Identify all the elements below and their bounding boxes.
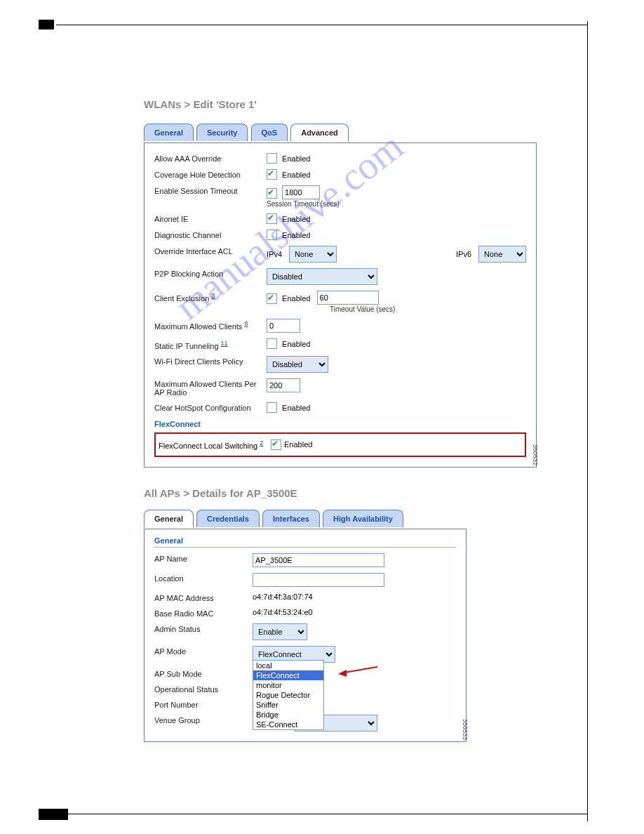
page-corner-bottom xyxy=(39,809,68,820)
heading-flexconnect: FlexConnect xyxy=(154,420,526,428)
checkbox-aironet[interactable] xyxy=(267,213,277,224)
sup-max-clients: 8 xyxy=(244,320,248,327)
value-base-mac: o4:7d:4f:53:24:e0 xyxy=(253,608,456,616)
checkbox-chd[interactable] xyxy=(267,169,277,180)
label-aironet: Aironet IE xyxy=(154,213,267,223)
label-chd: Coverage Hole Detection xyxy=(154,169,267,179)
sup-static-ip: 11 xyxy=(221,340,228,347)
checkbox-diag[interactable] xyxy=(267,230,277,240)
tab-ap-interfaces[interactable]: Interfaces xyxy=(262,510,320,527)
input-max-per-radio[interactable] xyxy=(267,378,300,392)
sup-flex-local: 2 xyxy=(260,439,263,446)
label-flex-local-switching: FlexConnect Local Switching 2 xyxy=(159,439,271,450)
panel-advanced: Allow AAA Override Enabled Coverage Hole… xyxy=(144,143,537,468)
label-sub-mode: AP Sub Mode xyxy=(154,668,253,678)
label-hotspot: Clear HotSpot Configuration xyxy=(154,402,267,412)
dropdown-ap-mode[interactable]: local FlexConnect monitor Rogue Detector… xyxy=(253,660,324,730)
tab-security[interactable]: Security xyxy=(196,124,248,141)
label-diag: Diagnostic Channel xyxy=(154,230,267,239)
tab-ap-high-availability[interactable]: High Availability xyxy=(323,510,403,527)
select-ipv6-acl[interactable]: None xyxy=(478,246,526,263)
tab-qos[interactable]: QoS xyxy=(251,124,288,141)
opt-bridge[interactable]: Bridge xyxy=(253,710,323,720)
checkbox-client-excl[interactable] xyxy=(267,293,277,304)
tab-ap-general[interactable]: General xyxy=(144,510,194,528)
page-rule-bottom xyxy=(56,814,588,814)
label-static-ip: Static IP Tunneling 11 xyxy=(154,338,267,350)
label-admin-status: Admin Status xyxy=(154,623,253,633)
arrow-annotation-icon xyxy=(337,664,379,678)
label-location: Location xyxy=(154,573,253,583)
label-max-per-radio: Maximum Allowed Clients Per AP Radio xyxy=(154,378,267,397)
checkbox-static-ip[interactable] xyxy=(267,338,277,349)
label-oi-acl: Override Interface ACL xyxy=(154,246,267,256)
checkbox-session-timeout[interactable] xyxy=(267,188,277,199)
highlight-flexconnect-local-switching: FlexConnect Local Switching 2 Enabled xyxy=(154,432,526,457)
opt-rogue-detector[interactable]: Rogue Detector xyxy=(253,690,323,700)
breadcrumb-ap-details: All APs > Details for AP_3500E xyxy=(144,487,537,499)
group-title-general: General xyxy=(154,536,456,548)
select-admin-status[interactable]: Enable xyxy=(253,623,307,640)
label-ap-mode: AP Mode xyxy=(154,646,253,656)
value-mac: o4:7d:4f:3a:07:74 xyxy=(253,593,456,601)
select-wifi-direct[interactable]: Disabled xyxy=(267,356,328,373)
opt-flexconnect[interactable]: FlexConnect xyxy=(253,670,323,680)
tab-ap-credentials[interactable]: Credentials xyxy=(196,510,260,527)
label-port: Port Number xyxy=(154,699,253,709)
checkbox-aaa-override[interactable] xyxy=(267,153,277,164)
label-client-excl: Client Exclusion 3 xyxy=(154,291,267,303)
input-client-excl-timeout[interactable] xyxy=(317,291,379,305)
select-ipv4-acl[interactable]: None xyxy=(289,246,337,263)
chklabel-static-ip: Enabled xyxy=(282,340,310,348)
checkbox-hotspot[interactable] xyxy=(267,402,277,413)
tabs-wlan: General Security QoS Advanced xyxy=(144,123,537,143)
opt-local[interactable]: local xyxy=(253,661,323,670)
label-ap-name: AP Name xyxy=(154,553,253,563)
checkbox-flex-local-switching[interactable] xyxy=(271,439,281,450)
sup-client-excl: 3 xyxy=(211,292,215,299)
breadcrumb-wlan-edit: WLANs > Edit 'Store 1' xyxy=(144,98,537,110)
label-base-mac: Base Radio MAC xyxy=(154,608,253,618)
hint-client-excl: Timeout Value (secs) xyxy=(267,305,395,313)
input-session-timeout[interactable] xyxy=(282,185,320,199)
input-location[interactable] xyxy=(253,573,384,587)
chklabel-aaa-override: Enabled xyxy=(282,154,310,163)
chklabel-flex-local: Enabled xyxy=(284,440,312,449)
figure-number-2: 350533 xyxy=(462,719,469,740)
tab-advanced[interactable]: Advanced xyxy=(290,124,349,142)
label-ipv4: IPv4 xyxy=(267,250,282,258)
chklabel-diag: Enabled xyxy=(282,231,310,239)
chklabel-client-excl: Enabled xyxy=(282,294,310,303)
label-op-status: Operational Status xyxy=(154,684,253,694)
svg-line-0 xyxy=(344,667,377,673)
svg-marker-1 xyxy=(338,670,347,677)
label-aaa-override: Allow AAA Override xyxy=(154,153,267,163)
chklabel-aironet: Enabled xyxy=(282,215,310,223)
tabs-ap: General Credentials Interfaces High Avai… xyxy=(144,509,467,529)
label-mac: AP MAC Address xyxy=(154,593,253,602)
opt-monitor[interactable]: monitor xyxy=(253,680,323,690)
panel-ap-general: General AP Name Location AP MAC Address … xyxy=(144,529,467,742)
figure-number-1: 350532 xyxy=(532,444,539,465)
opt-sniffer[interactable]: Sniffer xyxy=(253,700,323,710)
select-p2p[interactable]: Disabled xyxy=(267,268,377,285)
label-ipv6: IPv6 xyxy=(456,250,471,258)
label-p2p: P2P Blocking Action xyxy=(154,268,267,278)
chklabel-hotspot: Enabled xyxy=(282,403,310,411)
label-max-clients: Maximum Allowed Clients 8 xyxy=(154,319,267,331)
chklabel-chd: Enabled xyxy=(282,171,310,179)
label-venue-group: Venue Group xyxy=(154,715,253,724)
tab-general[interactable]: General xyxy=(144,124,194,141)
label-wifi-direct: Wi-Fi Direct Clients Policy xyxy=(154,356,267,366)
input-max-clients[interactable] xyxy=(267,319,300,333)
label-session-timeout: Enable Session Timeout xyxy=(154,185,267,195)
input-ap-name[interactable] xyxy=(253,553,384,567)
page-frame: manualshive.com WLANs > Edit 'Store 1' G… xyxy=(39,21,588,821)
hint-session-timeout: Session Timeout (secs) xyxy=(267,200,340,208)
opt-se-connect[interactable]: SE-Connect xyxy=(253,720,323,729)
